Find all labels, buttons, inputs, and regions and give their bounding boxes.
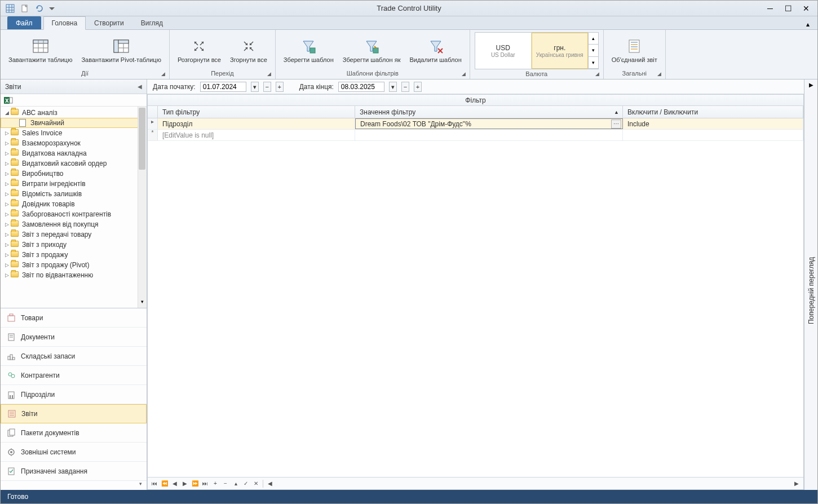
cell-value[interactable]: Dream Foods\02 ТОВ "Дрім-Фудс"% ⋯ (355, 118, 623, 129)
gallery-more-icon[interactable]: ▾ (589, 57, 598, 69)
expander-closed-icon[interactable]: ▷ (3, 161, 11, 166)
expander-closed-icon[interactable]: ▷ (3, 191, 11, 197)
expander-closed-icon[interactable]: ▷ (3, 130, 11, 136)
expander-closed-icon[interactable]: ▷ (3, 242, 11, 247)
tab-main[interactable]: Головна (43, 16, 86, 30)
load-pivot-button[interactable]: Завантажити Pivot-таблицю (78, 36, 165, 65)
expander-closed-icon[interactable]: ▷ (3, 151, 11, 156)
nav-item[interactable]: Документи (1, 328, 147, 347)
currency-uah[interactable]: грн. Українська гривня (532, 33, 588, 69)
date-start-input[interactable] (200, 82, 246, 92)
expand-all-button[interactable]: Розгорнути все (174, 36, 224, 65)
nav-first-icon[interactable]: ⏮ (150, 479, 159, 488)
nav-item[interactable]: Пакети документів (1, 423, 147, 443)
tree-folder[interactable]: ▷Звіт по відвантаженню (1, 270, 147, 280)
tree-folder[interactable]: ▷Видатковий касовий ордер (1, 158, 147, 169)
tree-folder[interactable]: ▷Звіт з продажу (Pivot) (1, 260, 147, 270)
nav-next-icon[interactable]: ▶ (180, 479, 189, 488)
group-launcher-icon[interactable]: ◢ (462, 71, 468, 78)
grid-col-type[interactable]: Тип фільтру (158, 106, 355, 118)
tree-folder[interactable]: ▷Звіт з продажу (1, 250, 147, 260)
group-launcher-icon[interactable]: ◢ (161, 71, 168, 78)
date-dropdown-icon[interactable]: ▾ (251, 82, 259, 92)
expander-closed-icon[interactable]: ▷ (3, 222, 11, 227)
grid-new-row[interactable]: * [EditValue is null] (148, 130, 803, 141)
load-table-button[interactable]: Завантажити таблицю (5, 36, 76, 65)
cell-include-new[interactable] (623, 130, 803, 140)
tree-item-usual[interactable]: Звичайний (1, 118, 147, 128)
tree-folder[interactable]: ▷Звіт з приходу (1, 240, 147, 250)
qat-customize-dropdown[interactable] (48, 2, 56, 15)
nav-prev-icon[interactable]: ◀ (170, 479, 179, 488)
nav-end-edit-icon[interactable]: ✓ (241, 479, 250, 488)
grid-col-value[interactable]: Значення фільтру▲ (355, 106, 623, 118)
cell-value-new[interactable] (355, 130, 623, 140)
save-template-button[interactable]: Зберегти шаблон (280, 36, 337, 65)
tree-folder[interactable]: ▷Звіт з передачі товару (1, 229, 147, 240)
nav-remove-icon[interactable]: − (221, 479, 230, 488)
tree-folder[interactable]: ▷Довідник товарів (1, 199, 147, 209)
expander-closed-icon[interactable]: ▷ (3, 252, 11, 258)
nav-add-icon[interactable]: + (211, 479, 220, 488)
tree-folder[interactable]: ▷Витрати інгредієнтів (1, 179, 147, 189)
expander-closed-icon[interactable]: ▷ (3, 181, 11, 187)
tree-folder[interactable]: ▷Sales Invoice (1, 128, 147, 138)
nav-item[interactable]: Призначені завдання (1, 462, 147, 481)
tree-folder[interactable]: ▷Видаткова накладна (1, 148, 147, 158)
tab-create[interactable]: Створити (86, 16, 132, 29)
tree-folder[interactable]: ▷Відомість залишків (1, 189, 147, 199)
sort-asc-icon[interactable]: ▲ (614, 109, 619, 115)
date-minus-button[interactable]: − (263, 82, 271, 92)
scroll-thumb[interactable] (139, 108, 145, 170)
cell-type-new[interactable]: [EditValue is null] (158, 130, 355, 140)
tree-folder[interactable]: ▷Замовлення від покупця (1, 219, 147, 229)
expander-closed-icon[interactable]: ▷ (3, 201, 11, 207)
expander-closed-icon[interactable]: ▷ (3, 272, 11, 278)
gallery-down-icon[interactable]: ▾ (589, 45, 598, 56)
nav-nextpage-icon[interactable]: ⏩ (191, 479, 200, 488)
expander-closed-icon[interactable]: ▷ (3, 140, 11, 146)
expander-closed-icon[interactable]: ▷ (3, 171, 11, 176)
group-launcher-icon[interactable]: ◢ (267, 71, 274, 78)
date-minus-button[interactable]: − (401, 82, 409, 92)
nav-item[interactable]: Звіти (1, 404, 147, 423)
nav-item[interactable]: Контрагенти (1, 366, 147, 385)
nav-cancel-icon[interactable]: ✕ (251, 479, 260, 488)
grid-row[interactable]: ▸ Підрозділ Dream Foods\02 ТОВ "Дрім-Фуд… (148, 118, 803, 130)
expander-closed-icon[interactable]: ▷ (3, 232, 11, 237)
close-button[interactable]: ✕ (798, 3, 814, 14)
date-dropdown-icon[interactable]: ▾ (389, 82, 397, 92)
expander-open-icon[interactable]: ◢ (3, 110, 11, 116)
nav-edit-icon[interactable]: ▴ (231, 479, 240, 488)
preview-expand-icon[interactable]: ▶ (806, 82, 816, 92)
tree-scrollbar[interactable]: ▴ ▾ (138, 107, 147, 308)
scroll-down-icon[interactable]: ▾ (138, 299, 147, 308)
excel-icon[interactable]: x (4, 96, 13, 104)
nav-last-icon[interactable]: ⏭ (201, 479, 210, 488)
combined-report-button[interactable]: Об'єднаний звіт (608, 36, 661, 65)
minimize-button[interactable]: ─ (762, 3, 778, 14)
qat-grid-icon[interactable] (4, 2, 16, 15)
group-launcher-icon[interactable]: ◢ (657, 71, 664, 78)
maximize-button[interactable]: ☐ (780, 3, 796, 14)
ribbon-collapse-icon[interactable]: ▴ (803, 19, 813, 29)
nav-scroll-left-icon[interactable]: ◀ (266, 479, 275, 488)
nav-item[interactable]: Зовнішні системи (1, 443, 147, 462)
tree-folder[interactable]: ▷Взаєморозрахунок (1, 138, 147, 148)
grid-col-include[interactable]: Включити / Виключити (623, 106, 803, 118)
qat-new-icon[interactable] (19, 2, 31, 15)
date-plus-button[interactable]: + (276, 82, 284, 92)
currency-usd[interactable]: USD US Dollar (475, 33, 532, 69)
nav-item[interactable]: Підрозділи (1, 385, 147, 404)
save-template-as-button[interactable]: Зберегти шаблон як (339, 36, 404, 65)
nav-prevpage-icon[interactable]: ⏪ (160, 479, 169, 488)
lookup-button-icon[interactable]: ⋯ (611, 120, 621, 129)
date-end-input[interactable] (338, 82, 384, 92)
cell-type[interactable]: Підрозділ (158, 118, 355, 129)
expander-closed-icon[interactable]: ▷ (3, 262, 11, 268)
expander-closed-icon[interactable]: ▷ (3, 211, 11, 217)
collapse-all-button[interactable]: Згорнути все (227, 36, 271, 65)
tree-folder[interactable]: ▷Заборгованості контрагентів (1, 209, 147, 219)
preview-label[interactable]: Попередній перегляд (807, 235, 815, 347)
nav-overflow-icon[interactable]: ▾ (1, 481, 147, 490)
